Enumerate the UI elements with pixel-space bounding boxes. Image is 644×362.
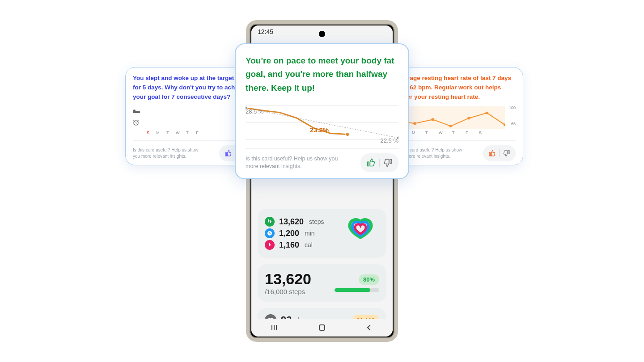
clock-icon (265, 228, 275, 238)
feedback-buttons (360, 153, 398, 172)
steps-icon (265, 217, 275, 227)
svg-point-9 (467, 117, 470, 119)
active-min-value: 1,200 (279, 229, 299, 238)
bodyfat-goal-label: 22.5 % (381, 137, 398, 144)
bodyfat-current-label: 23.2% (310, 126, 329, 134)
status-time: 12:45 (258, 28, 273, 35)
sleep-row-bedtime (133, 107, 252, 116)
steps-percent-badge: 80% (359, 274, 379, 285)
thumbs-up-button[interactable] (486, 147, 498, 160)
thumbs-down-button[interactable] (500, 147, 513, 160)
insight-card-heartrate[interactable]: Average resting heart rate of last 7 day… (389, 67, 523, 165)
sleep-insight-title: You slept and woke up at the target time… (133, 74, 252, 102)
bodyfat-insight-title: You're on pace to meet your body fat goa… (246, 54, 398, 95)
heartrate-mini-chart: 100 66 (397, 106, 516, 129)
active-min-unit: min (305, 230, 315, 237)
feedback-prompt: Is this card useful? Help us show you mo… (246, 155, 340, 171)
heartrate-day-labels: SMTWTFS (398, 130, 516, 135)
heartrate-insight-title: Average resting heart rate of last 7 day… (397, 74, 516, 102)
svg-point-18 (346, 133, 349, 136)
bed-icon (133, 108, 140, 116)
sleep-dot-grid: SMTWTF (133, 107, 252, 135)
nav-home-button[interactable] (313, 322, 331, 333)
steps-progress-card[interactable]: 13,620 /16,000 steps 80% (258, 264, 386, 302)
feedback-prompt: Is this card useful? Help us show you mo… (133, 147, 204, 160)
thumbs-up-button[interactable] (363, 155, 378, 170)
svg-point-7 (431, 118, 434, 121)
flame-icon (265, 240, 275, 250)
steps-value: 13,620 (279, 217, 304, 227)
calories-unit: cal (305, 241, 313, 248)
steps-big-value: 13,620 (265, 270, 311, 288)
bodyfat-start-label: 28.5 % (246, 108, 263, 115)
hr-y-top: 100 (509, 105, 516, 110)
svg-point-8 (449, 125, 453, 127)
steps-progress-bar (335, 288, 379, 292)
alarm-icon (133, 119, 140, 127)
nav-recents-button[interactable] (266, 322, 284, 333)
steps-unit: steps (309, 218, 324, 225)
hr-y-bottom: 66 (511, 122, 516, 126)
bodyfat-chart: 28.5 % 23.2% 22.5 % (246, 103, 398, 143)
android-nav-bar (251, 319, 393, 337)
sleep-row-wake (133, 119, 252, 128)
insight-card-bodyfat[interactable]: You're on pace to meet your body fat goa… (235, 43, 409, 179)
thumbs-up-button[interactable] (222, 147, 234, 160)
thumbs-down-button[interactable] (381, 155, 396, 170)
calories-value: 1,160 (279, 240, 299, 250)
feedback-buttons (483, 145, 516, 161)
svg-point-10 (485, 111, 488, 114)
svg-rect-13 (319, 325, 325, 330)
camera-hole (319, 31, 325, 37)
nav-back-button[interactable] (360, 322, 378, 333)
activity-summary-card[interactable]: 13,620 steps 1,200 min 1,1 (258, 209, 386, 258)
activity-rings-icon (344, 212, 377, 246)
svg-point-6 (413, 122, 416, 125)
svg-point-2 (134, 109, 136, 111)
steps-goal-text: /16,000 steps (265, 288, 311, 295)
